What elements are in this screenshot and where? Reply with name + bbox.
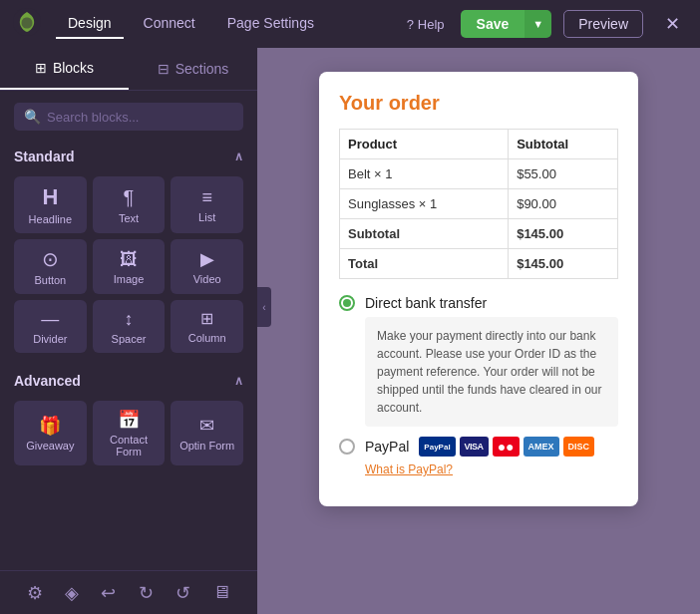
table-cell-belt-name: Belt × 1 <box>340 159 509 189</box>
settings-icon[interactable]: ⚙ <box>21 576 49 610</box>
standard-section-header: Standard ∧ <box>0 139 257 172</box>
redo-icon[interactable]: ↻ <box>133 576 160 610</box>
table-row: Subtotal $145.00 <box>340 219 618 249</box>
block-contact-form[interactable]: 📅 Contact Form <box>93 401 166 465</box>
bottom-toolbar: ⚙ ◈ ↩ ↻ ↺ 🖥 <box>0 570 257 614</box>
close-button[interactable]: ✕ <box>657 9 688 39</box>
list-icon: ≡ <box>201 188 212 206</box>
table-cell-belt-price: $55.00 <box>509 159 618 189</box>
block-divider[interactable]: — Divider <box>14 300 87 353</box>
payment-option-bank: Direct bank transfer Make your payment d… <box>339 295 618 427</box>
tab-blocks[interactable]: ⊞ Blocks <box>0 48 129 90</box>
help-icon: ? <box>407 17 414 32</box>
block-giveaway[interactable]: 🎁 Giveaway <box>14 401 87 465</box>
search-box: 🔍 <box>14 103 243 131</box>
blocks-icon: ⊞ <box>35 60 47 76</box>
contact-form-icon: 📅 <box>118 411 140 429</box>
save-button[interactable]: Save <box>461 10 525 38</box>
image-icon: 🖼 <box>120 250 138 268</box>
search-icon: 🔍 <box>24 109 41 125</box>
advanced-block-grid: 🎁 Giveaway 📅 Contact Form ✉ Optin Form <box>0 397 257 475</box>
refresh-icon[interactable]: ↺ <box>170 576 196 610</box>
nav-tab-connect[interactable]: Connect <box>132 9 207 39</box>
standard-chevron-icon[interactable]: ∧ <box>234 150 243 163</box>
block-video[interactable]: ▶ Video <box>171 239 243 294</box>
help-button[interactable]: ? Help <box>399 12 453 37</box>
divider-icon: — <box>41 310 59 328</box>
block-spacer[interactable]: ↕ Spacer <box>93 300 166 353</box>
table-cell-subtotal-value: $145.00 <box>509 219 618 249</box>
paypal-row: PayPal PayPal VISA ●● AMEX DISC <box>339 437 618 457</box>
amex-logo: AMEX <box>524 437 559 457</box>
block-headline[interactable]: H Headline <box>14 176 87 233</box>
sidebar-tabs: ⊞ Blocks ⊟ Sections <box>0 48 257 91</box>
sidebar: ⊞ Blocks ⊟ Sections 🔍 Standard ∧ H Headl… <box>0 48 257 614</box>
paypal-pp-logo: PayPal <box>419 437 455 457</box>
standard-block-grid: H Headline ¶ Text ≡ List ⊙ Button 🖼 Imag… <box>0 172 257 363</box>
layers-icon[interactable]: ◈ <box>59 576 85 610</box>
table-row: Sunglasses × 1 $90.00 <box>340 189 618 219</box>
undo-icon[interactable]: ↩ <box>95 576 122 610</box>
block-image[interactable]: 🖼 Image <box>93 239 166 294</box>
paypal-logos: PayPal VISA ●● AMEX DISC <box>419 437 594 457</box>
tab-sections[interactable]: ⊟ Sections <box>129 48 257 90</box>
search-input[interactable] <box>47 110 233 125</box>
table-cell-total-value: $145.00 <box>509 249 618 279</box>
radio-paypal[interactable] <box>339 439 355 455</box>
collapse-chevron-icon: ‹ <box>262 302 265 313</box>
table-header-product: Product <box>340 130 509 159</box>
button-icon: ⊙ <box>42 249 59 269</box>
headline-icon: H <box>42 186 58 208</box>
order-title: Your order <box>339 92 618 115</box>
save-button-group: Save ▼ <box>461 10 552 38</box>
table-header-subtotal: Subtotal <box>509 130 618 159</box>
sidebar-collapse-handle[interactable]: ‹ <box>257 287 271 327</box>
nav-tab-page-settings[interactable]: Page Settings <box>215 9 326 39</box>
nav-tab-design[interactable]: Design <box>56 9 124 39</box>
sections-icon: ⊟ <box>158 61 170 77</box>
desktop-icon[interactable]: 🖥 <box>206 576 236 609</box>
advanced-section-header: Advanced ∧ <box>0 363 257 397</box>
video-icon: ▶ <box>200 250 214 268</box>
paypal-label: PayPal <box>365 439 409 455</box>
giveaway-icon: 🎁 <box>39 417 61 435</box>
visa-logo: VISA <box>460 437 489 457</box>
optin-form-icon: ✉ <box>199 417 214 435</box>
text-icon: ¶ <box>124 187 135 207</box>
table-row: Belt × 1 $55.00 <box>340 159 618 189</box>
spacer-icon: ↕ <box>124 310 133 328</box>
table-row: Total $145.00 <box>340 249 618 279</box>
payment-option-paypal: PayPal PayPal VISA ●● AMEX DISC What is … <box>339 437 618 476</box>
table-cell-subtotal-label: Subtotal <box>340 219 509 249</box>
payment-option-bank-row: Direct bank transfer <box>339 295 618 311</box>
table-cell-sunglasses-name: Sunglasses × 1 <box>340 189 509 219</box>
block-button[interactable]: ⊙ Button <box>14 239 87 294</box>
mastercard-logo: ●● <box>493 437 520 457</box>
top-navigation: Design Connect Page Settings ? Help Save… <box>0 0 700 48</box>
bank-transfer-label: Direct bank transfer <box>365 295 487 311</box>
logo <box>12 7 48 41</box>
preview-button[interactable]: Preview <box>563 10 643 38</box>
bank-transfer-description: Make your payment directly into our bank… <box>365 317 618 427</box>
paypal-what-link[interactable]: What is PayPal? <box>365 462 618 476</box>
block-list[interactable]: ≡ List <box>171 176 243 233</box>
canvas-area: Your order Product Subtotal Belt × 1 $55… <box>257 48 700 614</box>
block-optin-form[interactable]: ✉ Optin Form <box>171 401 243 465</box>
table-cell-total-label: Total <box>340 249 509 279</box>
advanced-chevron-icon[interactable]: ∧ <box>234 374 243 388</box>
discover-logo: DISC <box>563 437 595 457</box>
order-card: Your order Product Subtotal Belt × 1 $55… <box>319 72 638 506</box>
table-cell-sunglasses-price: $90.00 <box>509 189 618 219</box>
radio-bank[interactable] <box>339 295 355 311</box>
block-text[interactable]: ¶ Text <box>93 176 166 233</box>
block-column[interactable]: ⊞ Column <box>171 300 243 353</box>
search-area: 🔍 <box>0 91 257 139</box>
save-dropdown-button[interactable]: ▼ <box>525 10 551 38</box>
column-icon: ⊞ <box>200 311 213 327</box>
order-table: Product Subtotal Belt × 1 $55.00 Sunglas… <box>339 129 618 279</box>
